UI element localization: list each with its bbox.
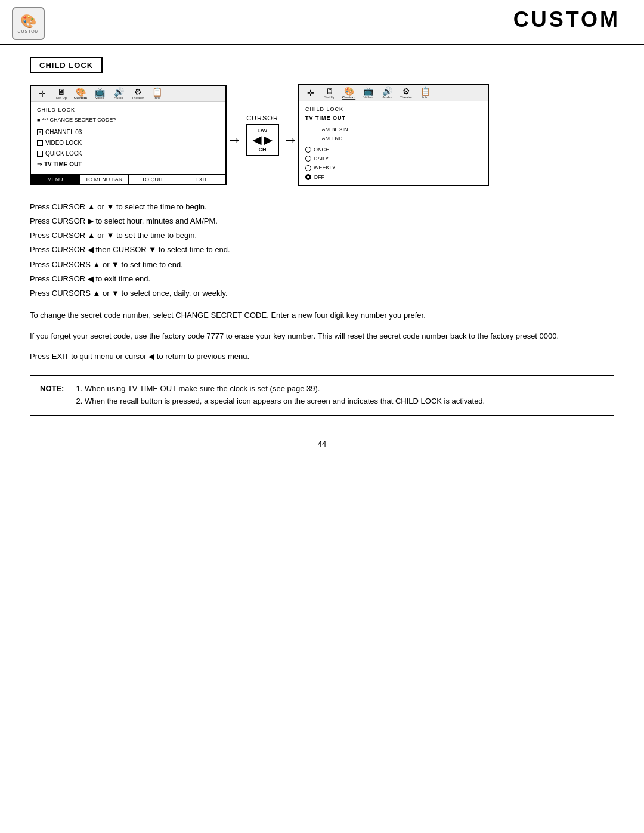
note-item-1: 1. When using TV TIME OUT make sure the … (76, 383, 604, 395)
nav-left-icon: ◀ (253, 134, 261, 147)
secret-code-line: ■ *** CHANGE SECRET CODE? (37, 116, 219, 124)
footer-to-quit: TO QUIT (129, 175, 178, 184)
footer-exit: EXIT (177, 175, 225, 184)
off-option: OFF (305, 173, 482, 181)
nav-right-icon: ▶ (264, 134, 272, 147)
once-option: ONCE (305, 145, 482, 154)
footer-to-menu-bar: TO MENU BAR (80, 175, 129, 184)
video-icon-2: 📺 Video (359, 87, 377, 99)
instruction-5: Press CURSORS ▲ or ▼ to set time to end. (30, 258, 614, 271)
ch-label: CH (253, 147, 272, 153)
cursor-nav-area: CURSOR → FAV ◀ ▶ CH → (227, 114, 298, 156)
fav-ch-nav: FAV ◀ ▶ CH (246, 124, 279, 156)
fav-label: FAV (253, 128, 272, 134)
logo-text: CUSTOM (17, 29, 39, 33)
setup-icon: 🖥 Set Up (52, 88, 70, 100)
menu-body-1: CHILD LOCK ■ *** CHANGE SECRET CODE? CHA… (31, 102, 225, 174)
note-label: NOTE: (40, 383, 64, 408)
logo-icon: 🎨 (20, 14, 36, 29)
main-content: CHILD LOCK ✛ 🖥 Set Up 🎨 Custom 📺 Video (0, 45, 644, 460)
daily-option: DAILY (305, 154, 482, 163)
menu-screen-2: ✛ 🖥 Set Up 🎨 Custom 📺 Video 🔊 Audio (298, 84, 489, 186)
title-area: CUSTOM (54, 7, 620, 32)
note-item-2: 2. When the recall button is pressed, a … (76, 395, 604, 408)
nav-icon-2: ✛ (302, 89, 320, 97)
info-icon-2: 📋 Info (416, 87, 434, 99)
menu-screen-1: ✛ 🖥 Set Up 🎨 Custom 📺 Video 🔊 Audio (30, 85, 227, 185)
instruction-3: Press CURSOR ▲ or ▼ to set the time to b… (30, 229, 614, 242)
theater-icon-2: ⚙ Theater (397, 87, 415, 99)
audio-icon-2: 🔊 Audio (378, 87, 396, 99)
menu2-tv-time-out: TV TIME OUT (305, 114, 482, 122)
off-radio (305, 174, 311, 180)
menu2-title: CHILD LOCK (305, 105, 482, 113)
video-icon: 📺 Video (91, 88, 109, 100)
instruction-2: Press CURSOR ▶ to select hour, minutes a… (30, 215, 614, 228)
once-radio (305, 147, 311, 153)
arrow-right-big: → (227, 131, 242, 149)
diagrams-row: ✛ 🖥 Set Up 🎨 Custom 📺 Video 🔊 Audio (30, 84, 614, 186)
menu-icons-row-1: ✛ 🖥 Set Up 🎨 Custom 📺 Video 🔊 Audio (31, 86, 225, 102)
arrow-right-icon: ⇒ (37, 160, 42, 169)
am-end: .......AM END (305, 134, 482, 143)
menu-body-2: CHILD LOCK TV TIME OUT .......AM BEGIN .… (299, 101, 488, 185)
daily-radio (305, 156, 311, 162)
instruction-7: Press CURSORS ▲ or ▼ to select once, dai… (30, 287, 614, 300)
channel-checkbox (37, 129, 43, 135)
custom-icon-2: 🎨 Custom (340, 87, 358, 99)
nav-arrows: ◀ ▶ (253, 134, 272, 147)
audio-icon: 🔊 Audio (110, 88, 128, 100)
footer-menu: MENU (31, 175, 80, 184)
video-lock-checkbox (37, 140, 43, 146)
instructions-block: Press CURSOR ▲ or ▼ to select the time t… (30, 200, 614, 300)
weekly-radio (305, 165, 311, 171)
instruction-6: Press CURSOR ◀ to exit time end. (30, 272, 614, 286)
page-title: CUSTOM (513, 7, 620, 32)
instruction-1: Press CURSOR ▲ or ▼ to select the time t… (30, 200, 614, 213)
instruction-4: Press CURSOR ◀ then CURSOR ▼ to select t… (30, 243, 614, 256)
section-header: CHILD LOCK (30, 57, 103, 73)
note-content: 1. When using TV TIME OUT make sure the … (76, 383, 604, 408)
info-para-3: Press EXIT to quit menu or cursor ◀ to r… (30, 351, 614, 363)
cursor-label: CURSOR (246, 114, 278, 122)
custom-icon: 🎨 Custom (72, 88, 89, 100)
arrow-horizontal: → FAV ◀ ▶ CH → (227, 124, 298, 156)
channel-row: CHANNEL 03 (37, 128, 219, 137)
tv-time-out-row: ⇒ TV TIME OUT (37, 160, 219, 169)
theater-icon: ⚙ Theater (129, 88, 147, 100)
page-header: 🎨 CUSTOM CUSTOM (0, 0, 644, 45)
setup-icon-2: 🖥 Set Up (321, 87, 339, 99)
fav-ch-label: FAV ◀ ▶ CH (246, 124, 279, 156)
quick-lock-checkbox (37, 151, 43, 157)
logo-area: 🎨 CUSTOM (12, 7, 54, 40)
weekly-option: WEEKLY (305, 163, 482, 172)
menu1-title: CHILD LOCK (37, 106, 219, 114)
logo-box: 🎨 CUSTOM (12, 7, 45, 40)
am-begin: .......AM BEGIN (305, 125, 482, 134)
video-lock-row: VIDEO LOCK (37, 138, 219, 148)
note-box: NOTE: 1. When using TV TIME OUT make sur… (30, 375, 614, 416)
arrow-right-big2: → (283, 131, 298, 149)
info-icon: 📋 Info (148, 88, 166, 100)
page-number: 44 (30, 439, 614, 448)
quick-lock-row: QUICK LOCK (37, 149, 219, 159)
menu-icons-row-2: ✛ 🖥 Set Up 🎨 Custom 📺 Video 🔊 Audio (299, 85, 488, 101)
menu-footer: MENU TO MENU BAR TO QUIT EXIT (31, 174, 225, 184)
info-para-1: To change the secret code number, select… (30, 309, 614, 322)
nav-icon: ✛ (33, 89, 51, 98)
info-para-2: If you forget your secret code, use the … (30, 330, 614, 343)
